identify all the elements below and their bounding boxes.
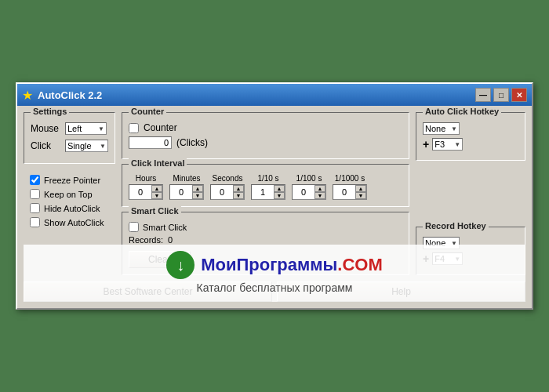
hide-autoclick-row: Hide AutoClick: [30, 203, 109, 213]
counter-panel: Counter Counter (Clicks): [122, 112, 409, 159]
hundredths-input[interactable]: [293, 187, 314, 198]
options-checkboxes: Freeze Pointer Keep on Top Hide AutoClic…: [24, 169, 115, 234]
settings-label: Settings: [31, 107, 69, 116]
freeze-pointer-row: Freeze Pointer: [30, 175, 109, 185]
hotkey-modifier-select[interactable]: None Ctrl Alt Shift: [423, 122, 460, 135]
thousandths-down[interactable]: ▼: [355, 192, 366, 199]
hours-input[interactable]: [129, 187, 151, 198]
tenths-down[interactable]: ▼: [274, 192, 285, 199]
seconds-spinner[interactable]: ▲ ▼: [210, 184, 245, 200]
watermark-overlay: ↓ МоиПрограммы.COM Каталог бесплатных пр…: [24, 245, 525, 302]
hundredths-down[interactable]: ▼: [314, 192, 325, 199]
thousandths-input[interactable]: [333, 187, 355, 198]
mouse-label: Mouse: [31, 123, 60, 134]
counter-panel-label: Counter: [129, 107, 166, 116]
seconds-label: Seconds: [213, 174, 243, 183]
click-label: Click: [31, 140, 60, 151]
keep-on-top-row: Keep on Top: [30, 189, 109, 199]
hide-autoclick-label: Hide AutoClick: [44, 204, 100, 213]
record-hotkey-label: Record Hotkey: [423, 221, 489, 230]
smart-click-checkbox-label: Smart Click: [143, 223, 187, 232]
hide-autoclick-checkbox[interactable]: [30, 203, 40, 213]
auto-click-hotkey-label: Auto Click Hotkey: [423, 107, 501, 116]
smart-click-checkbox[interactable]: [129, 222, 139, 232]
watermark-subtitle: Каталог бесплатных программ: [197, 281, 353, 294]
mouse-select-wrapper[interactable]: Left Middle Right: [65, 122, 107, 135]
window-body: Settings Mouse Left Middle Right: [17, 106, 532, 308]
seconds-up[interactable]: ▲: [233, 185, 244, 192]
settings-panel: Settings Mouse Left Middle Right: [24, 112, 115, 164]
hours-down[interactable]: ▼: [151, 192, 162, 199]
close-button[interactable]: ✕: [511, 88, 527, 102]
thousandths-spinner[interactable]: ▲ ▼: [333, 184, 367, 200]
counter-checkbox[interactable]: [129, 123, 139, 133]
maximize-button[interactable]: □: [493, 88, 509, 102]
seconds-input[interactable]: [211, 187, 233, 198]
watermark-title: МоиПрограммы.COM: [201, 255, 383, 275]
window-title: AutoClick 2.2: [38, 89, 102, 101]
hotkey-key-select[interactable]: F1F2F3 F4F5F6 F7F8F9 F10F11F12: [432, 138, 463, 151]
minutes-input[interactable]: [170, 187, 192, 198]
records-label: Records:: [129, 235, 163, 245]
thousandths-label: 1/1000 s: [335, 174, 365, 183]
minutes-label: Minutes: [173, 174, 200, 183]
title-bar: ★ AutoClick 2.2 — □ ✕: [17, 84, 532, 106]
show-autoclick-checkbox[interactable]: [30, 217, 40, 227]
counter-unit-label: (Clicks): [176, 137, 208, 148]
click-interval-label: Click Interval: [129, 158, 187, 168]
tenths-spinner[interactable]: ▲ ▼: [251, 184, 285, 200]
freeze-pointer-checkbox[interactable]: [30, 175, 40, 185]
seconds-down[interactable]: ▼: [233, 192, 244, 199]
tenths-up[interactable]: ▲: [274, 185, 285, 192]
smart-click-label: Smart Click: [129, 206, 181, 216]
freeze-pointer-label: Freeze Pointer: [44, 176, 100, 185]
auto-click-hotkey-panel: Auto Click Hotkey None Ctrl Alt Shift: [416, 112, 525, 161]
hours-up[interactable]: ▲: [151, 185, 162, 192]
minutes-down[interactable]: ▼: [192, 192, 203, 199]
keep-on-top-checkbox[interactable]: [30, 189, 40, 199]
star-icon: ★: [22, 88, 33, 103]
records-value: 0: [168, 235, 173, 245]
minutes-up[interactable]: ▲: [192, 185, 203, 192]
minutes-spinner[interactable]: ▲ ▼: [169, 184, 204, 200]
show-autoclick-row: Show AutoClick: [30, 217, 109, 227]
hundredths-spinner[interactable]: ▲ ▼: [292, 184, 326, 200]
hours-label: Hours: [136, 174, 157, 183]
click-select[interactable]: Single Double: [65, 140, 108, 152]
tenths-input[interactable]: [252, 187, 274, 198]
minimize-button[interactable]: —: [475, 88, 491, 102]
keep-on-top-label: Keep on Top: [44, 190, 93, 199]
show-autoclick-label: Show AutoClick: [44, 218, 104, 227]
tenths-label: 1/10 s: [257, 174, 278, 183]
click-interval-panel: Click Interval Hours ▲ ▼: [122, 164, 409, 207]
hotkey-key-wrapper[interactable]: F1F2F3 F4F5F6 F7F8F9 F10F11F12: [432, 138, 463, 151]
hundredths-up[interactable]: ▲: [314, 185, 325, 192]
counter-value-input[interactable]: [129, 136, 172, 149]
mouse-select[interactable]: Left Middle Right: [65, 122, 107, 135]
hours-spinner[interactable]: ▲ ▼: [129, 184, 163, 200]
hotkey-plus: +: [423, 138, 429, 151]
thousandths-up[interactable]: ▲: [355, 185, 366, 192]
counter-checkbox-label: Counter: [144, 122, 177, 133]
bottom-section: Best Software Center Help ↓ МоиПрограммы…: [24, 281, 525, 302]
hotkey-modifier-wrapper[interactable]: None Ctrl Alt Shift: [423, 122, 460, 135]
watermark-download-icon: ↓: [166, 251, 195, 279]
click-select-wrapper[interactable]: Single Double: [65, 140, 108, 152]
hundredths-label: 1/100 s: [296, 174, 322, 183]
